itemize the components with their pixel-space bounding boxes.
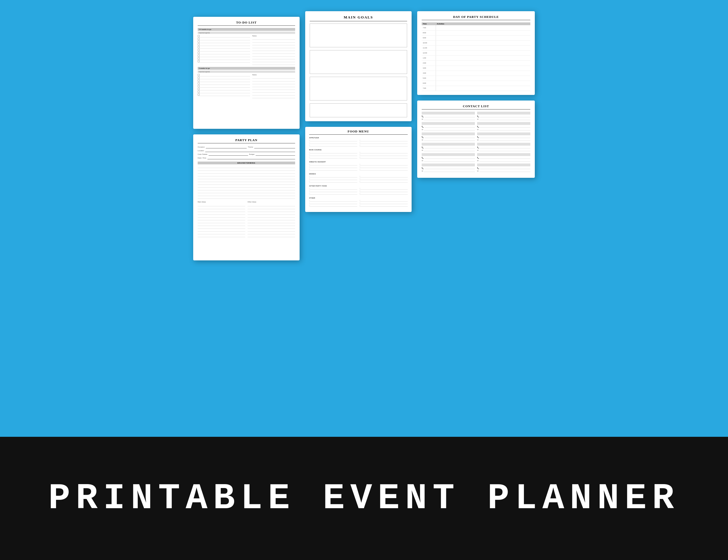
todo-notes-1: Notes <box>252 35 295 65</box>
schedule-activity <box>436 66 530 71</box>
contact-name-bar <box>422 122 475 125</box>
email-line <box>479 129 530 130</box>
other-idea-line <box>248 204 295 206</box>
phone-icon: 📞 <box>422 126 424 128</box>
notes-lines-2 <box>252 76 295 98</box>
food-item <box>309 163 357 165</box>
email-icon: ✉ <box>422 160 423 162</box>
food-item <box>309 192 357 195</box>
other-idea-line <box>248 226 295 229</box>
main-idea-line <box>198 221 245 223</box>
schedule-activity <box>436 60 530 66</box>
todo-item <box>198 77 250 79</box>
notes-label-1: Notes <box>252 35 295 37</box>
todo-item <box>198 94 250 96</box>
food-item <box>309 202 357 204</box>
contact-name-bar <box>477 112 530 115</box>
main-ideas-title: Main Ideas <box>198 201 245 203</box>
afterparty-right <box>360 187 408 195</box>
schedule-time: 7:00 <box>422 86 436 91</box>
todo-item <box>198 60 250 63</box>
contact-phone: 📞 <box>477 146 530 149</box>
phone-line <box>424 157 475 159</box>
main-idea-line <box>198 223 245 226</box>
contact-name-bar <box>422 153 475 156</box>
schedule-time: 4:00 <box>422 71 436 76</box>
schedule-row: 1:00 <box>422 55 530 60</box>
food-item <box>360 156 408 158</box>
food-item <box>360 163 408 165</box>
phone-line <box>480 115 530 117</box>
main-area: To-Do List 2-4 weeks to go Important age… <box>0 0 728 437</box>
food-item <box>360 202 408 204</box>
afterparty-items <box>309 187 408 195</box>
time-header: Time <box>422 22 436 25</box>
todo-section-2: Notes <box>198 74 295 99</box>
todo-item <box>198 91 250 93</box>
other-food-section: OTHER <box>309 197 408 207</box>
phone-line <box>424 146 475 148</box>
drinks-items <box>309 175 408 183</box>
schedule-row: 8:00 <box>422 30 530 35</box>
column-2: MAIN GOALS Food Menu APPETIZER <box>305 11 412 212</box>
todo-item <box>198 57 250 60</box>
contact-name-bar <box>422 132 475 135</box>
todo-item <box>198 43 250 46</box>
phone-icon: 📞 <box>477 136 479 138</box>
brainstorm-line <box>198 185 295 188</box>
schedule-time: 6:00 <box>422 81 436 86</box>
email-line <box>424 118 475 120</box>
email-line <box>479 160 530 162</box>
contact-group: 📞 ✉ <box>422 132 475 141</box>
schedule-row: 7:00 <box>422 86 530 91</box>
notes-lines-1 <box>252 37 295 65</box>
schedule-activity <box>436 40 530 45</box>
todo-item <box>198 85 250 88</box>
email-line <box>424 160 475 162</box>
contact-phone: 📞 <box>422 115 475 118</box>
todo-item <box>198 82 250 85</box>
main-idea-line <box>198 226 245 229</box>
sweets-right <box>360 163 408 171</box>
theme-line <box>254 146 295 148</box>
color-line <box>209 153 248 156</box>
form-date: Date | Time <box>198 157 295 159</box>
drinks-section: DRINKS <box>309 173 408 183</box>
appetizer-section: APPETIZER <box>309 137 408 147</box>
afterparty-section: AFTER PARTY FOOD <box>309 185 408 195</box>
schedule-time: 9:00 <box>422 35 436 40</box>
schedule-row: 11:00 <box>422 45 530 50</box>
party-plan-title: Party Plan <box>198 138 295 142</box>
goals-box-2 <box>310 50 407 74</box>
drinks-left <box>309 175 357 183</box>
contact-phone: 📞 <box>422 167 475 169</box>
contact-group: 📞 ✉ <box>477 143 530 151</box>
food-item <box>309 180 357 183</box>
main-idea-line <box>198 229 245 232</box>
appetizer-items <box>309 139 408 147</box>
main-goals-card: MAIN GOALS <box>305 11 412 121</box>
note-line <box>252 48 295 51</box>
food-item <box>309 166 357 168</box>
contact-email: ✉ <box>477 160 530 162</box>
main-idea-line <box>198 235 245 237</box>
contact-title: Contact List <box>422 104 530 108</box>
contact-email: ✉ <box>422 118 475 120</box>
food-item <box>309 178 357 180</box>
schedule-table: Time Activities 7:008:009:0010:0011:0012… <box>422 22 530 91</box>
email-icon: ✉ <box>422 118 423 120</box>
contact-email: ✉ <box>422 139 475 141</box>
weeks24-header: 2-4 weeks to go <box>198 28 295 31</box>
contact-name-bar <box>477 143 530 146</box>
contact-email: ✉ <box>422 129 475 131</box>
contact-name-bar <box>477 132 530 135</box>
schedule-time: 7:00 <box>422 25 436 30</box>
email-line <box>479 170 530 172</box>
brainstorm-line <box>198 168 295 171</box>
sweets-left <box>309 163 357 171</box>
email-icon: ✉ <box>422 129 423 130</box>
food-item <box>309 142 357 144</box>
food-item <box>309 187 357 190</box>
brainstorm-line <box>198 179 295 182</box>
schedule-time: 1:00 <box>422 55 436 60</box>
